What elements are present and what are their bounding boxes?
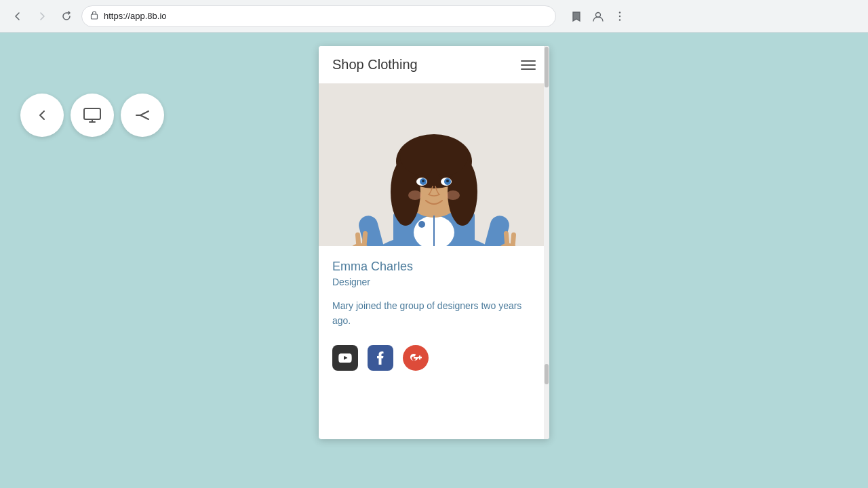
- monitor-float-button[interactable]: [71, 94, 114, 137]
- svg-point-3: [619, 15, 620, 16]
- lock-icon: [90, 10, 98, 22]
- back-float-button[interactable]: [20, 94, 64, 137]
- svg-point-20: [446, 180, 449, 182]
- svg-point-14: [400, 135, 468, 178]
- preview-container: Shop Clothing: [319, 46, 549, 439]
- more-button[interactable]: [610, 7, 629, 26]
- floating-buttons: [20, 94, 164, 137]
- hamburger-line-3: [521, 68, 536, 70]
- profile-image: [319, 83, 549, 246]
- profile-button[interactable]: [589, 7, 608, 26]
- svg-point-22: [446, 190, 460, 200]
- hamburger-line-2: [521, 64, 536, 66]
- reload-button[interactable]: [57, 7, 76, 26]
- scrollbar-thumb: [545, 47, 549, 87]
- hamburger-line-1: [521, 60, 536, 62]
- browser-chrome: https://app.8b.io: [0, 0, 868, 33]
- site-header: Shop Clothing: [319, 46, 549, 83]
- browser-actions: [567, 7, 629, 26]
- profile-bio: Mary joined the group of designers two y…: [332, 298, 536, 329]
- profile-name: Emma Charles: [332, 260, 536, 274]
- hamburger-menu[interactable]: [521, 60, 536, 70]
- site-title: Shop Clothing: [332, 57, 418, 73]
- svg-point-32: [418, 221, 425, 228]
- url-text: https://app.8b.io: [104, 11, 167, 21]
- back-button[interactable]: [8, 7, 27, 26]
- forward-button[interactable]: [33, 7, 52, 26]
- scrollbar-thumb-bottom: [545, 364, 549, 384]
- svg-point-19: [422, 180, 425, 182]
- svg-point-2: [619, 12, 620, 13]
- profile-role: Designer: [332, 277, 536, 287]
- svg-rect-5: [84, 108, 100, 119]
- main-area: Shop Clothing: [0, 33, 868, 488]
- facebook-icon[interactable]: [368, 345, 393, 371]
- svg-point-4: [619, 19, 620, 20]
- address-bar[interactable]: https://app.8b.io: [81, 5, 556, 27]
- svg-point-21: [408, 190, 422, 200]
- youtube-icon[interactable]: [332, 345, 358, 371]
- svg-rect-0: [92, 14, 98, 19]
- social-icons: [332, 345, 536, 371]
- bookmark-button[interactable]: [567, 7, 586, 26]
- scrollbar[interactable]: [544, 46, 549, 439]
- googleplus-icon[interactable]: [403, 345, 429, 371]
- profile-image-container: [319, 83, 549, 246]
- share-float-button[interactable]: [121, 94, 164, 137]
- profile-info: Emma Charles Designer Mary joined the gr…: [319, 246, 549, 382]
